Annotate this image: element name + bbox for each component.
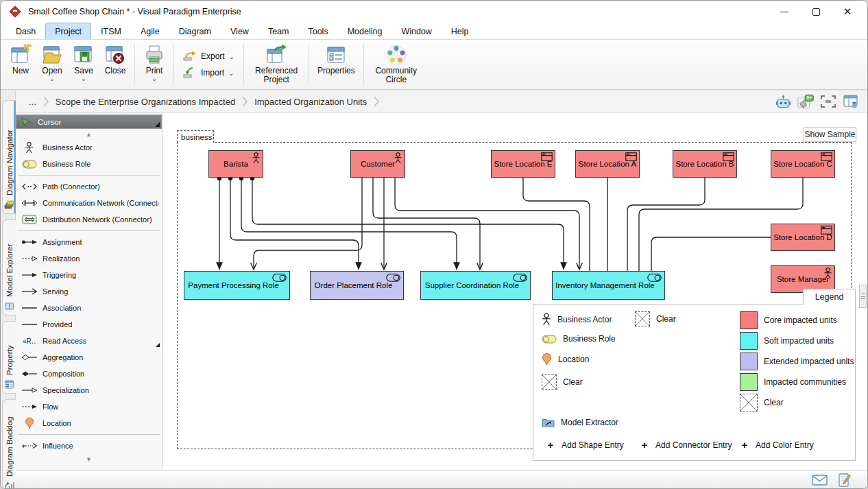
node-order-placement-role[interactable]: Order Placement Role: [310, 271, 404, 300]
maximize-button[interactable]: [800, 1, 832, 22]
node-payment-processing-role[interactable]: Payment Processing Role: [184, 271, 290, 300]
tab-diagram-navigator[interactable]: Diagram Navigator: [2, 100, 16, 214]
close-project-button[interactable]: Close: [99, 42, 131, 87]
clear-icon: [740, 394, 758, 412]
legend-core-impacted[interactable]: Core impacted units: [740, 311, 837, 329]
menu-window[interactable]: Window: [391, 23, 441, 39]
community-circle-button[interactable]: Community Circle: [367, 42, 425, 87]
palette-scroll-up[interactable]: ▲: [16, 129, 162, 139]
palette-item-influence[interactable]: ∗ Influence: [16, 438, 162, 454]
menu-help[interactable]: Help: [442, 23, 479, 39]
show-sample-button[interactable]: Show Sample: [804, 127, 856, 142]
color-swatch: [740, 311, 758, 329]
print-button[interactable]: Print ⌄: [138, 42, 170, 87]
node-store-location-e[interactable]: Store Location E: [491, 150, 555, 178]
main-area: Diagram Navigator Model Explorer Propert…: [1, 90, 867, 470]
legend-location[interactable]: Location: [542, 353, 589, 366]
legend-color-clear[interactable]: Clear: [740, 394, 784, 412]
legend-business-actor[interactable]: Business Actor: [542, 313, 612, 326]
node-store-location-d[interactable]: Store Location D: [771, 224, 835, 251]
palette-item-triggering[interactable]: Triggering: [16, 267, 162, 283]
add-color-entry-button[interactable]: + Add Color Entry: [740, 439, 814, 451]
node-inventory-management-role[interactable]: Inventory Management Role: [552, 271, 665, 300]
palette-item-assignment[interactable]: Assignment: [16, 234, 162, 250]
panel-splitter-grip[interactable]: [859, 285, 867, 308]
legend-business-role[interactable]: Business Role: [542, 334, 616, 344]
menu-team[interactable]: Team: [258, 23, 299, 39]
message-button[interactable]: [812, 475, 828, 486]
node-store-location-b[interactable]: Store Location B: [673, 150, 737, 178]
palette-item-business-role[interactable]: Business Role: [16, 156, 162, 172]
legend-impacted-communities[interactable]: Impacted communities: [740, 373, 846, 391]
diagram-canvas[interactable]: business: [162, 113, 867, 470]
tab-property[interactable]: Property: [2, 321, 16, 394]
palette-item-business-actor[interactable]: Business Actor: [16, 139, 162, 156]
palette-scroll-down[interactable]: ▼: [16, 454, 162, 464]
legend-model-extractor[interactable]: Model Extractor: [542, 417, 618, 427]
palette-item-location[interactable]: Location: [16, 415, 162, 431]
add-connector-entry-button[interactable]: + Add Connector Entry: [640, 439, 732, 451]
node-customer[interactable]: Customer: [350, 150, 405, 178]
import-button[interactable]: Import ⌄: [183, 67, 234, 78]
menu-agile[interactable]: Agile: [131, 23, 169, 39]
connector-association[interactable]: [651, 237, 771, 271]
edit-document-button[interactable]: [839, 473, 851, 487]
palette-separator: [18, 175, 160, 176]
node-supplier-coordination-role[interactable]: Supplier Coordination Role: [420, 271, 531, 300]
breadcrumb-item[interactable]: Scope the Enterprise Organizations Impac…: [51, 97, 240, 107]
palette-item-serving[interactable]: Serving: [16, 283, 162, 300]
app-window: Small Coffee Shop Chain * - Visual Parad…: [0, 0, 868, 489]
left-tabstrip: Diagram Navigator Model Explorer Propert…: [1, 91, 16, 470]
legend-soft-impacted[interactable]: Soft impacted units: [740, 332, 834, 350]
palette-item-provided[interactable]: Provided: [16, 316, 162, 333]
connector-assignment[interactable]: [252, 178, 564, 270]
breadcrumb-collapsed[interactable]: ...: [24, 97, 41, 107]
menu-dash[interactable]: Dash: [6, 23, 45, 39]
menu-tools[interactable]: Tools: [298, 23, 337, 39]
fit-frame-button[interactable]: [820, 94, 836, 109]
palette-item-read-access[interactable]: «R‥ Read Access: [16, 333, 162, 349]
announcement-button[interactable]: 9+: [797, 94, 814, 109]
node-store-location-a[interactable]: Store Location A: [575, 150, 640, 178]
palette-item-association[interactable]: Association: [16, 300, 162, 316]
export-button[interactable]: Export ⌄: [183, 51, 234, 62]
legend-shape-clear[interactable]: Clear: [542, 374, 583, 390]
palette-item-specialization[interactable]: Specialization: [16, 382, 162, 398]
connector-serving[interactable]: [373, 178, 480, 270]
new-button[interactable]: New: [5, 42, 36, 87]
legend-connector-clear[interactable]: Clear: [635, 311, 676, 326]
palette-item-communication-network[interactable]: Communication Network (Connector): [16, 195, 162, 211]
business-role-icon: [647, 274, 662, 282]
minimize-button[interactable]: [769, 1, 800, 22]
palette-item-flow[interactable]: Flow: [16, 398, 162, 415]
menu-view[interactable]: View: [221, 23, 258, 39]
open-button[interactable]: Open ⌄: [36, 42, 68, 87]
palette-cursor[interactable]: Cursor: [16, 115, 162, 129]
palette-item-path-connector[interactable]: Path (Connector): [16, 178, 162, 195]
node-barista[interactable]: Barista: [208, 150, 263, 178]
legend-title[interactable]: Legend: [803, 289, 856, 305]
node-store-location-c[interactable]: Store Location C: [771, 150, 835, 178]
tab-diagram-backlog[interactable]: Diagram Backlog: [2, 399, 16, 489]
palette-item-composition[interactable]: Composition: [16, 366, 162, 382]
palette-item-distribution-network[interactable]: Distribution Network (Connector): [16, 211, 162, 228]
add-shape-entry-button[interactable]: + Add Shape Entry: [546, 439, 624, 451]
layers-window-button[interactable]: [843, 94, 859, 109]
connector-serving[interactable]: [254, 178, 362, 270]
close-button[interactable]: ✕: [832, 1, 863, 22]
legend-extended-impacted[interactable]: Extended impacted units: [740, 353, 854, 370]
menu-diagram[interactable]: Diagram: [169, 23, 221, 39]
connector-serving[interactable]: [395, 178, 579, 270]
menu-project[interactable]: Project: [45, 23, 91, 39]
referenced-project-button[interactable]: Referenced Project: [248, 42, 305, 87]
assistant-robot-button[interactable]: [775, 94, 791, 109]
breadcrumb-item[interactable]: Impacted Organization Units: [250, 97, 372, 107]
properties-button[interactable]: Properties: [313, 42, 360, 87]
palette-item-aggregation[interactable]: Aggregation: [16, 349, 162, 366]
save-button[interactable]: Save ⌄: [68, 42, 99, 87]
menu-itsm[interactable]: ITSM: [91, 23, 131, 39]
menu-modeling[interactable]: Modeling: [338, 23, 392, 39]
palette-item-realization[interactable]: Realization: [16, 250, 162, 267]
location-icon: [19, 417, 39, 429]
tab-model-explorer[interactable]: Model Explorer: [2, 219, 16, 315]
